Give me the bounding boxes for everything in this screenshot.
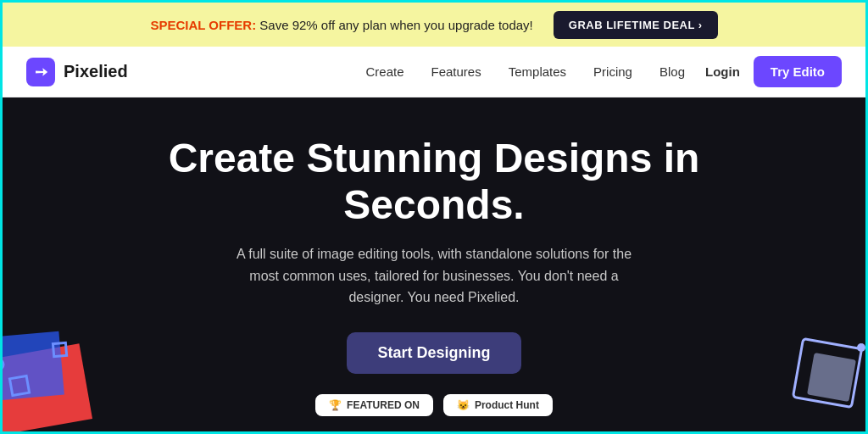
nav-link-pricing[interactable]: Pricing: [593, 64, 632, 79]
main-navbar: ➙ Pixelied Create Features Templates Pri…: [3, 47, 865, 97]
banner-offer-text: Save 92% off any plan when you upgrade t…: [259, 18, 532, 32]
nav-link-features[interactable]: Features: [431, 64, 481, 79]
svg-point-7: [857, 343, 865, 352]
badge-2-icon: 😺: [457, 399, 470, 411]
nav-item-blog[interactable]: Blog: [659, 64, 685, 80]
nav-item-create[interactable]: Create: [365, 64, 403, 80]
start-designing-button[interactable]: Start Designing: [347, 332, 520, 374]
badge-2: 😺 Product Hunt: [443, 394, 553, 416]
right-decoration: [789, 335, 865, 420]
badge-1: 🏆 FEATURED ON: [315, 394, 433, 416]
hero-subtitle: A full suite of image editing tools, wit…: [231, 243, 637, 309]
try-button[interactable]: Try Edito: [754, 56, 842, 87]
nav-item-pricing[interactable]: Pricing: [593, 64, 632, 80]
nav-item-templates[interactable]: Templates: [509, 64, 566, 80]
nav-links: Create Features Templates Pricing Blog: [365, 64, 685, 80]
promo-banner: SPECIAL OFFER: Save 92% off any plan whe…: [3, 3, 865, 47]
logo-text: Pixelied: [64, 62, 128, 81]
login-button[interactable]: Login: [705, 64, 740, 79]
banner-text: SPECIAL OFFER: Save 92% off any plan whe…: [150, 18, 532, 32]
nav-link-create[interactable]: Create: [365, 64, 403, 79]
logo-link[interactable]: ➙ Pixelied: [26, 58, 128, 86]
nav-link-blog[interactable]: Blog: [659, 64, 685, 79]
hero-section: Create Stunning Designs in Seconds. A fu…: [3, 97, 865, 434]
badge-1-icon: 🏆: [329, 399, 342, 411]
badge-2-text: Product Hunt: [475, 399, 539, 411]
banner-offer-label: SPECIAL OFFER:: [150, 18, 256, 32]
left-decoration: [3, 326, 121, 434]
nav-item-features[interactable]: Features: [431, 64, 481, 80]
trust-badges: 🏆 FEATURED ON 😺 Product Hunt: [315, 394, 553, 416]
hero-title: Create Stunning Designs in Seconds.: [146, 135, 722, 228]
badge-1-text: FEATURED ON: [347, 399, 420, 411]
grab-deal-button[interactable]: GRAB LIFETIME DEAL ›: [554, 11, 718, 39]
svg-rect-6: [807, 353, 856, 402]
logo-icon: ➙: [26, 58, 55, 86]
nav-link-templates[interactable]: Templates: [509, 64, 566, 79]
svg-point-4: [3, 359, 3, 370]
